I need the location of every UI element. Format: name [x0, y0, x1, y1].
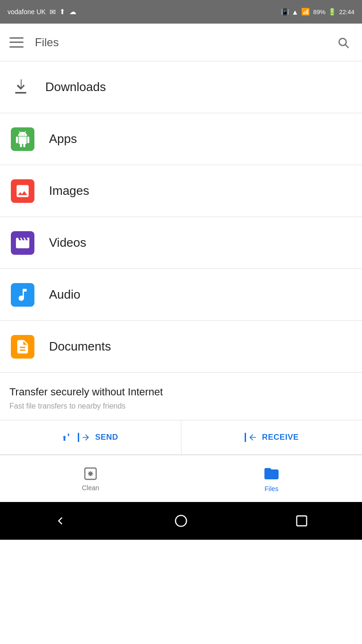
- clean-nav-item[interactable]: Clean: [0, 455, 181, 502]
- cloud-icon: ☁: [69, 8, 76, 16]
- bottom-nav: Clean Files: [0, 455, 362, 502]
- files-nav-label: Files: [264, 485, 279, 493]
- svg-point-4: [175, 515, 186, 526]
- apps-icon: [9, 126, 36, 152]
- documents-label: Documents: [49, 339, 111, 354]
- transfer-subtitle: Fast file transfers to nearby friends: [9, 402, 353, 410]
- transfer-section: Transfer securely without Internet Fast …: [0, 373, 362, 420]
- battery-icon: 🔋: [328, 8, 336, 16]
- battery-text: 89%: [313, 8, 325, 16]
- carrier-text: vodafone UK: [8, 8, 46, 16]
- apps-label: Apps: [49, 132, 77, 146]
- email-icon: ✉: [49, 8, 56, 17]
- back-button[interactable]: [49, 509, 72, 533]
- documents-icon: [9, 334, 36, 360]
- send-button[interactable]: SEND: [0, 420, 181, 454]
- files-nav-item[interactable]: Files: [181, 455, 362, 502]
- recent-button[interactable]: [290, 509, 313, 533]
- status-right: 📳 ▲ 📶 89% 🔋 22:44: [281, 8, 354, 16]
- send-label: SEND: [95, 433, 118, 442]
- time-text: 22:44: [339, 8, 354, 16]
- upload-icon: ⬆: [59, 8, 66, 16]
- images-label: Images: [49, 184, 89, 198]
- audio-icon: [9, 282, 36, 308]
- transfer-actions: SEND RECEIVE: [0, 420, 362, 455]
- signal-icon: 📶: [301, 8, 310, 16]
- app-bar: Files: [0, 24, 362, 61]
- images-item[interactable]: Images: [0, 165, 362, 217]
- android-nav: [0, 502, 362, 540]
- wifi-icon: ▲: [292, 8, 299, 16]
- clean-nav-label: Clean: [82, 484, 99, 492]
- videos-icon: [9, 230, 36, 256]
- audio-item[interactable]: Audio: [0, 269, 362, 321]
- downloads-icon: [9, 76, 32, 99]
- app-title: Files: [35, 36, 334, 49]
- svg-line-1: [346, 44, 348, 47]
- status-bar: vodafone UK ✉ ⬆ ☁ 📳 ▲ 📶 89% 🔋 22:44: [0, 0, 362, 24]
- menu-button[interactable]: [9, 37, 24, 48]
- downloads-label: Downloads: [45, 80, 106, 94]
- apps-item[interactable]: Apps: [0, 113, 362, 165]
- videos-label: Videos: [49, 235, 86, 250]
- transfer-title: Transfer securely without Internet: [9, 386, 353, 398]
- audio-label: Audio: [49, 287, 81, 302]
- status-left: vodafone UK ✉ ⬆ ☁: [8, 8, 76, 17]
- search-button[interactable]: [334, 33, 353, 52]
- vibrate-icon: 📳: [281, 8, 289, 16]
- downloads-item[interactable]: Downloads: [0, 61, 362, 113]
- svg-rect-5: [297, 516, 307, 526]
- receive-button[interactable]: RECEIVE: [181, 420, 362, 454]
- home-button[interactable]: [169, 509, 193, 533]
- receive-label: RECEIVE: [262, 433, 299, 442]
- videos-item[interactable]: Videos: [0, 217, 362, 269]
- documents-item[interactable]: Documents: [0, 321, 362, 373]
- images-icon: [9, 178, 36, 204]
